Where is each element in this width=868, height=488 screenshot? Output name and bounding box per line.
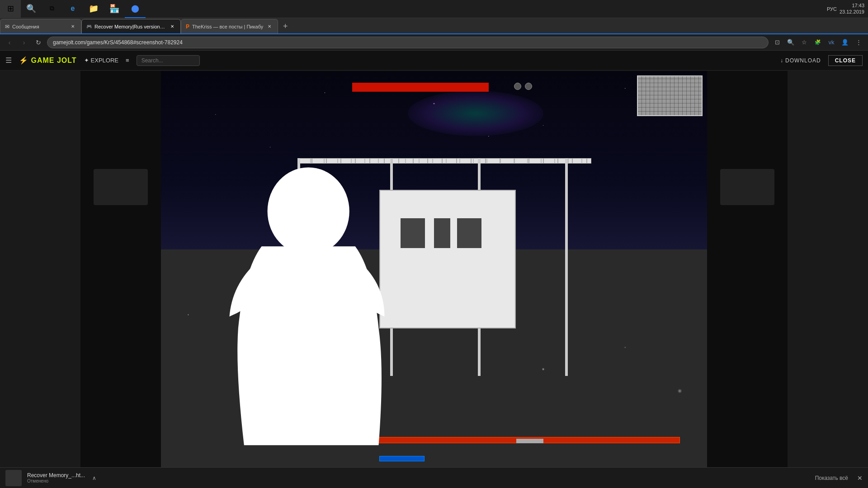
chrome-icon: ⬤ (131, 4, 139, 13)
zoom-icon[interactable]: 🔍 (785, 37, 797, 48)
download-label: DOWNLOAD (785, 57, 821, 64)
gj-search-input[interactable] (137, 55, 200, 66)
taskbar-search[interactable]: 🔍 (21, 0, 42, 18)
close-button[interactable]: CLOSE (828, 55, 863, 66)
edge-icon: e (71, 5, 75, 13)
tab-recover-favicon: 🎮 (86, 24, 92, 29)
screenshot-frame: Разработчик: TheKriss КДПВ: 4890 4943 17… (161, 71, 707, 467)
left-sidebar (80, 142, 161, 446)
taskbar-store[interactable]: 🏪 (104, 0, 125, 18)
taskbar: ⊞ 🔍 ⧉ e 📁 🏪 ⬤ РУС 17:43 23.12.2019 (0, 0, 868, 18)
status-dismiss-icon[interactable]: ✕ (857, 474, 863, 482)
taskbar-taskview[interactable]: ⧉ (42, 0, 62, 18)
bookmark-icon[interactable]: ☆ (798, 37, 810, 48)
hamburger-icon[interactable]: ☰ (5, 56, 12, 65)
cast-icon[interactable]: ⊡ (771, 37, 783, 48)
explore-label: EXPLORE (91, 57, 118, 64)
tab-pikabu-favicon: P (186, 23, 189, 30)
address-right-icons: ⊡ 🔍 ☆ 🧩 vk 👤 ⋮ (771, 37, 864, 48)
address-url: gamejolt.com/games/KrS/454868#screenshot… (53, 39, 183, 46)
tray-datetime: 17:43 23.12.2019 (840, 3, 864, 14)
taskbar-chrome[interactable]: ⬤ (125, 0, 146, 18)
explore-icon: ✦ (84, 57, 89, 64)
hud-circle-2 (525, 83, 532, 90)
tab-recover[interactable]: 🎮 Recover Memory|Rus version by ✕ (81, 19, 181, 33)
status-game-name: Recover Memory_...ht... (27, 472, 85, 479)
taskbar-start[interactable]: ⊞ (0, 0, 21, 18)
taskbar-tray: РУС 17:43 23.12.2019 (827, 3, 868, 14)
game-scene: Разработчик: TheKriss КДПВ: 4890 4943 17… (161, 71, 707, 467)
status-bar: Recover Memory_...ht... Отменено ∧ Показ… (0, 467, 868, 488)
more-link[interactable]: ≡ (126, 57, 129, 64)
tray-time: 17:43 (840, 3, 864, 9)
window-3 (457, 218, 481, 249)
tab-recover-title: Recover Memory|Rus version by (94, 24, 166, 29)
menu-icon[interactable]: ⋮ (853, 37, 864, 48)
gj-navbar: ☰ ⚡ GAME JOLT ✦ EXPLORE ≡ ↓ DOWNLOAD CLO… (0, 51, 868, 70)
tab-pikabu-close[interactable]: ✕ (266, 23, 273, 30)
profile-icon[interactable]: 👤 (839, 37, 851, 48)
minimap (637, 75, 703, 116)
status-game-thumb (5, 470, 22, 486)
back-button[interactable]: ‹ (4, 37, 15, 48)
tab-pikabu[interactable]: P TheKriss — все посты | Пикабу ✕ (181, 19, 278, 33)
window-2 (434, 218, 450, 249)
taskbar-explorer[interactable]: 📁 (83, 0, 104, 18)
next-thumbnail[interactable] (720, 169, 774, 205)
top-hud-banner (352, 83, 489, 92)
tab-messages-close[interactable]: ✕ (69, 23, 76, 30)
profile-vk-icon[interactable]: vk (826, 37, 837, 48)
right-sidebar (707, 142, 788, 446)
nebula (408, 91, 543, 136)
scaffold-pole-4 (565, 158, 568, 376)
reload-button[interactable]: ↻ (33, 37, 44, 48)
taskview-icon: ⧉ (50, 5, 54, 12)
stamina-bar (516, 439, 543, 443)
top-hud-icons (514, 83, 532, 90)
tab-messages-title: Сообщения (12, 24, 66, 29)
window-1 (401, 218, 425, 249)
extensions-icon[interactable]: 🧩 (812, 37, 824, 48)
tab-pikabu-title: TheKriss — все посты | Пикабу (192, 24, 263, 29)
browser-area: ✉ Сообщения ✕ 🎮 Recover Memory|Rus versi… (0, 18, 868, 70)
gamejolt-logo[interactable]: ⚡ GAME JOLT (19, 56, 77, 65)
new-tab-button[interactable]: + (278, 19, 292, 33)
address-input[interactable]: gamejolt.com/games/KrS/454868#screenshot… (47, 37, 769, 48)
character-silhouette (226, 142, 390, 467)
show-all-label: Показать всё (815, 475, 848, 481)
explore-link[interactable]: ✦ EXPLORE (84, 57, 118, 64)
status-collapse-icon[interactable]: ∧ (92, 475, 96, 481)
search-icon: 🔍 (26, 4, 36, 14)
store-icon: 🏪 (109, 4, 119, 14)
status-sub-text: Отменено (27, 479, 85, 483)
taskbar-edge[interactable]: e (62, 0, 83, 18)
forward-button[interactable]: › (18, 37, 30, 48)
tab-messages[interactable]: ✉ Сообщения ✕ (0, 19, 81, 33)
prev-thumbnail[interactable] (94, 169, 148, 205)
tray-date: 23.12.2019 (840, 9, 864, 15)
tab-recover-close[interactable]: ✕ (169, 23, 176, 30)
minimap-content (638, 76, 702, 115)
explorer-icon: 📁 (89, 4, 99, 14)
show-all-button[interactable]: Показать всё (811, 473, 852, 483)
address-bar: ‹ › ↻ gamejolt.com/games/KrS/454868#scre… (0, 34, 868, 51)
download-button[interactable]: ↓ DOWNLOAD (780, 57, 821, 64)
close-label: CLOSE (835, 57, 856, 64)
start-icon: ⊞ (7, 4, 14, 14)
tab-messages-favicon: ✉ (5, 23, 9, 30)
status-text: Recover Memory_...ht... Отменено (27, 472, 85, 483)
svg-point-0 (268, 167, 349, 255)
tab-bar: ✉ Сообщения ✕ 🎮 Recover Memory|Rus versi… (0, 18, 868, 34)
more-icon: ≡ (126, 57, 129, 64)
hud-circle-1 (514, 83, 521, 90)
download-icon: ↓ (780, 57, 783, 64)
building-main (379, 190, 516, 328)
tray-lang: РУС (827, 6, 837, 12)
screenshot-viewer: Разработчик: TheKriss КДПВ: 4890 4943 17… (80, 71, 788, 467)
taskbar-apps: ⊞ 🔍 ⧉ e 📁 🏪 ⬤ (0, 0, 146, 18)
